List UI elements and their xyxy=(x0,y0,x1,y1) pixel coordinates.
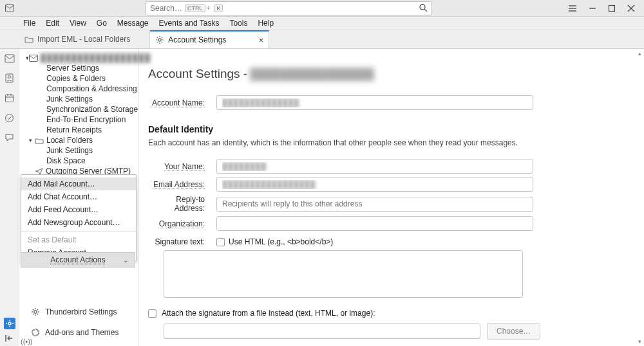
attach-sig-checkbox[interactable] xyxy=(148,309,156,318)
search-icon xyxy=(419,4,428,12)
tab-label: Import EML - Local Folders xyxy=(37,35,130,44)
menu-message[interactable]: Message xyxy=(113,17,153,30)
close-icon[interactable]: × xyxy=(259,36,264,44)
tree-server-settings[interactable]: Server Settings xyxy=(22,63,138,73)
gear-icon xyxy=(155,35,164,44)
search-shortcut-ctrl: CTRL xyxy=(185,5,205,12)
settings-rail-icon[interactable] xyxy=(4,318,15,329)
collapse-rail-icon[interactable] xyxy=(5,334,14,342)
left-icon-rail xyxy=(0,49,19,346)
chat-rail-icon[interactable] xyxy=(5,133,14,142)
svg-point-21 xyxy=(8,76,11,78)
content-pane: Account Settings - ████████████████ Acco… xyxy=(139,49,644,346)
svg-point-1 xyxy=(420,5,425,10)
tree-junk[interactable]: Junk Settings xyxy=(22,94,138,104)
tab-account-settings[interactable]: Account Settings × xyxy=(150,30,269,48)
minimize-button[interactable] xyxy=(589,5,596,12)
svg-line-18 xyxy=(162,37,162,38)
svg-line-40 xyxy=(37,314,38,314)
global-search-input[interactable]: Search… CTRL + K xyxy=(146,1,432,15)
folder-icon xyxy=(35,137,44,144)
svg-line-2 xyxy=(424,9,427,12)
svg-point-34 xyxy=(34,311,37,313)
signature-textarea[interactable] xyxy=(164,250,523,298)
tree-composition[interactable]: Composition & Addressing xyxy=(22,84,138,94)
org-input[interactable] xyxy=(216,216,533,231)
sidebar-thunderbird-settings[interactable]: Thunderbird Settings xyxy=(31,307,119,316)
svg-rect-19 xyxy=(5,55,14,62)
svg-line-39 xyxy=(33,309,33,310)
mail-rail-icon[interactable] xyxy=(5,54,15,63)
caret-down-icon: ▾ xyxy=(26,137,35,143)
scroll-down-icon[interactable]: ▾ xyxy=(638,338,641,345)
tree-sync-storage[interactable]: Synchronization & Storage xyxy=(22,104,138,114)
maximize-button[interactable] xyxy=(608,5,616,12)
email-label: Email Address: xyxy=(148,180,205,189)
menu-add-chat-account[interactable]: Add Chat Account… xyxy=(21,190,136,203)
menu-view[interactable]: View xyxy=(66,17,90,30)
menu-help[interactable]: Help xyxy=(254,17,278,30)
addressbook-rail-icon[interactable] xyxy=(5,73,14,83)
tree-lf-disk[interactable]: Disk Space xyxy=(22,156,138,166)
replyto-input[interactable] xyxy=(216,197,533,212)
search-placeholder: Search… xyxy=(150,4,182,13)
menu-set-default: Set as Default xyxy=(21,233,136,246)
menu-bar: File Edit View Go Message Events and Tas… xyxy=(0,17,644,30)
tree-return-receipts[interactable]: Return Receipts xyxy=(22,125,138,135)
signature-label: Signature text: xyxy=(148,237,205,246)
account-name-input[interactable] xyxy=(216,95,533,110)
account-name-label: Account Name: xyxy=(148,98,205,107)
tree-lf-junk[interactable]: Junk Settings xyxy=(22,145,138,156)
tab-import-eml[interactable]: Import EML - Local Folders xyxy=(19,30,150,48)
svg-line-15 xyxy=(157,37,158,38)
svg-line-16 xyxy=(162,42,162,42)
svg-line-17 xyxy=(157,42,158,42)
account-actions-button[interactable]: Account Actions ⌄ xyxy=(21,252,135,268)
svg-rect-22 xyxy=(6,95,14,102)
your-name-label: Your Name: xyxy=(148,162,205,171)
tasks-rail-icon[interactable] xyxy=(5,113,14,123)
menu-go[interactable]: Go xyxy=(93,17,111,30)
account-node[interactable]: ▾ ██████████████████ xyxy=(22,53,138,63)
calendar-rail-icon[interactable] xyxy=(5,93,14,103)
org-label: Organization: xyxy=(148,219,205,228)
menu-tools[interactable]: Tools xyxy=(225,17,251,30)
menu-add-feed-account[interactable]: Add Feed Account… xyxy=(21,203,136,216)
tab-label: Account Settings xyxy=(168,35,226,44)
sidebar-addons-themes[interactable]: Add-ons and Themes xyxy=(31,328,119,337)
tree-e2e[interactable]: End-To-End Encryption xyxy=(22,114,138,125)
svg-point-10 xyxy=(158,39,161,41)
tree-local-folders[interactable]: ▾ Local Folders xyxy=(22,135,138,145)
svg-line-42 xyxy=(37,309,38,310)
use-html-checkbox[interactable] xyxy=(216,238,225,246)
use-html-label: Use HTML (e.g., <b>bold</b>) xyxy=(229,237,333,246)
menu-edit[interactable]: Edit xyxy=(42,17,63,30)
default-identity-heading: Default Identity xyxy=(148,124,626,134)
scroll-up-icon[interactable]: ▴ xyxy=(638,50,641,57)
page-heading: Account Settings - ████████████████ xyxy=(148,67,626,81)
menu-events-tasks[interactable]: Events and Tasks xyxy=(155,17,223,30)
account-name-blurred: ██████████████████ xyxy=(41,53,151,62)
title-bar: Search… CTRL + K xyxy=(0,0,644,17)
email-input[interactable] xyxy=(216,177,533,192)
tree-copies-folders[interactable]: Copies & Folders xyxy=(22,73,138,84)
replyto-label: Reply-to Address: xyxy=(148,195,205,213)
account-actions-menu: Add Mail Account… Add Chat Account… Add … xyxy=(21,174,137,262)
account-sidebar: ▾ ██████████████████ Server Settings Cop… xyxy=(19,49,139,346)
vertical-scrollbar[interactable]: ▴ ▾ xyxy=(634,49,643,346)
menu-add-mail-account[interactable]: Add Mail Account… xyxy=(21,178,136,190)
app-icon xyxy=(0,5,19,12)
hamburger-icon[interactable] xyxy=(568,5,577,12)
folder-icon xyxy=(24,35,33,43)
search-shortcut-k: K xyxy=(214,5,223,12)
svg-rect-7 xyxy=(609,5,615,11)
choose-button[interactable]: Choose… xyxy=(487,323,540,340)
menu-add-newsgroup-account[interactable]: Add Newsgroup Account… xyxy=(21,216,136,229)
mail-icon xyxy=(29,55,38,62)
your-name-input[interactable] xyxy=(216,159,533,174)
close-button[interactable] xyxy=(627,5,635,12)
svg-point-26 xyxy=(6,114,14,122)
menu-file[interactable]: File xyxy=(19,17,39,30)
signature-file-input[interactable] xyxy=(164,323,480,339)
default-identity-subtext: Each account has an identity, which is t… xyxy=(148,138,626,147)
